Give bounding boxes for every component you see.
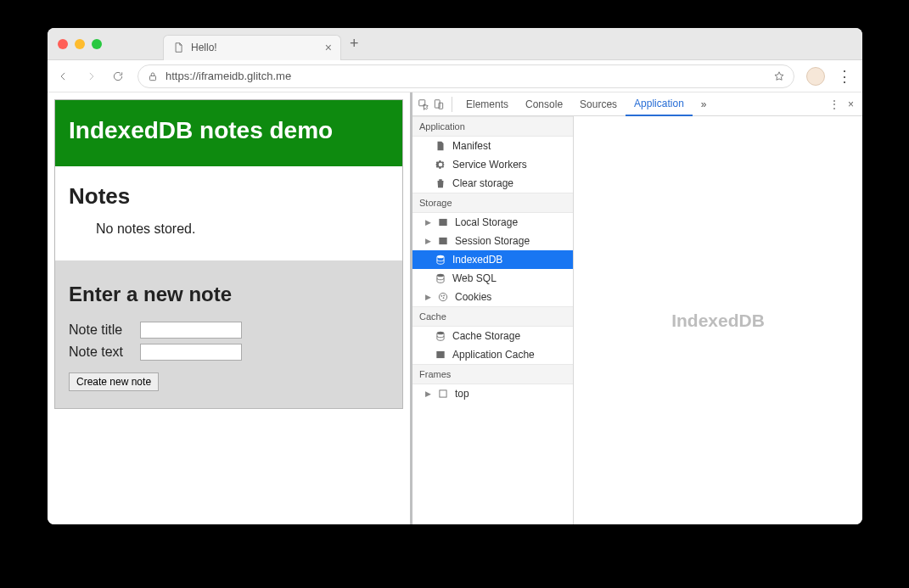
devtools-close-button[interactable]: ×	[848, 98, 854, 110]
create-note-button[interactable]: Create new note	[69, 372, 159, 391]
sidebar-item-label: IndexedDB	[452, 254, 502, 266]
sidebar-item-label: Cache Storage	[452, 330, 520, 342]
sidebar-item-label: Cookies	[455, 291, 491, 303]
database-icon	[435, 272, 446, 284]
rendered-page: IndexedDB notes demo Notes No notes stor…	[48, 92, 412, 524]
svg-rect-13	[436, 351, 444, 358]
gear-icon	[435, 159, 446, 171]
window-titlebar: Hello! × +	[48, 28, 862, 60]
table-icon	[437, 235, 449, 247]
address-bar[interactable]: https://iframeidb.glitch.me	[137, 64, 794, 88]
frame-icon	[437, 388, 449, 400]
devtools-main-pane: IndexedDB	[574, 116, 862, 524]
table-icon	[437, 216, 449, 228]
sidebar-item-label: Local Storage	[455, 216, 518, 228]
devtools-tab-sources[interactable]: Sources	[571, 92, 626, 116]
notes-heading: Notes	[69, 183, 389, 210]
svg-point-9	[441, 295, 442, 296]
minimize-window-button[interactable]	[75, 39, 85, 49]
page-title: IndexedDB notes demo	[55, 100, 402, 166]
sidebar-item-local-storage[interactable]: ▶ Local Storage	[412, 213, 573, 232]
main-placeholder: IndexedDB	[671, 311, 765, 331]
sidebar-item-label: Session Storage	[455, 235, 530, 247]
note-text-input[interactable]	[140, 344, 242, 361]
lock-icon	[147, 70, 159, 82]
table-icon	[435, 349, 446, 361]
svg-rect-14	[440, 390, 446, 397]
profile-avatar[interactable]	[806, 67, 825, 86]
url-text: https://iframeidb.glitch.me	[166, 70, 766, 82]
note-title-input[interactable]	[140, 322, 242, 339]
note-form: Enter a new note Note title Note text Cr…	[55, 260, 402, 408]
sidebar-item-web-sql[interactable]: Web SQL	[412, 269, 573, 288]
devtools-menu-button[interactable]: ⋮	[829, 98, 839, 110]
reload-button[interactable]	[110, 69, 126, 84]
form-heading: Enter a new note	[69, 283, 389, 306]
sidebar-item-manifest[interactable]: Manifest	[412, 137, 573, 155]
sidebar-item-label: Web SQL	[452, 272, 497, 284]
close-window-button[interactable]	[58, 39, 68, 49]
devtools-tab-console[interactable]: Console	[517, 92, 571, 116]
group-application: Application	[412, 116, 573, 137]
maximize-window-button[interactable]	[92, 39, 102, 49]
group-cache: Cache	[412, 306, 573, 327]
sidebar-item-clear-storage[interactable]: Clear storage	[412, 174, 573, 193]
svg-point-12	[437, 332, 444, 335]
bookmark-star-icon[interactable]	[773, 70, 785, 82]
sidebar-item-frame-top[interactable]: ▶ top	[412, 384, 573, 403]
database-icon	[435, 330, 446, 342]
content-area: IndexedDB notes demo Notes No notes stor…	[48, 92, 862, 524]
toggle-device-button[interactable]	[431, 97, 446, 112]
devtools-panel: Elements Console Sources Application » ⋮…	[412, 92, 862, 524]
cookie-icon	[437, 291, 449, 303]
svg-rect-1	[419, 99, 425, 105]
back-button[interactable]	[56, 69, 71, 84]
toolbar: https://iframeidb.glitch.me ⋮	[48, 60, 862, 92]
sidebar-item-indexeddb[interactable]: IndexedDB	[412, 250, 573, 269]
sidebar-item-label: Service Workers	[452, 159, 527, 171]
sidebar-item-cache-storage[interactable]: Cache Storage	[412, 327, 573, 345]
notes-empty-message: No notes stored.	[96, 221, 389, 237]
new-tab-button[interactable]: +	[350, 35, 359, 53]
browser-tab[interactable]: Hello! ×	[163, 35, 341, 60]
sidebar-item-session-storage[interactable]: ▶ Session Storage	[412, 232, 573, 250]
svg-point-7	[437, 274, 444, 277]
svg-point-8	[439, 293, 446, 300]
sidebar-item-application-cache[interactable]: Application Cache	[412, 345, 573, 364]
browser-menu-button[interactable]: ⋮	[837, 67, 854, 86]
note-title-label: Note title	[69, 322, 135, 338]
tab-close-button[interactable]: ×	[325, 42, 332, 53]
page-icon	[172, 42, 184, 53]
devtools-tab-elements[interactable]: Elements	[457, 92, 517, 116]
svg-rect-5	[439, 238, 446, 244]
devtools-tab-overflow[interactable]: »	[693, 92, 715, 116]
inspect-element-button[interactable]	[416, 97, 431, 112]
sidebar-item-cookies[interactable]: ▶ Cookies	[412, 288, 573, 306]
svg-point-11	[443, 298, 444, 299]
sidebar-item-label: Application Cache	[452, 349, 535, 361]
svg-rect-0	[150, 76, 156, 80]
svg-point-10	[444, 295, 445, 296]
group-storage: Storage	[412, 193, 573, 213]
expand-icon: ▶	[424, 218, 431, 227]
trash-icon	[435, 177, 446, 189]
svg-point-6	[437, 255, 444, 259]
browser-window: Hello! × + https://iframeidb.glitch.me ⋮	[48, 28, 862, 524]
devtools-tab-application[interactable]: Application	[626, 92, 693, 116]
group-frames: Frames	[412, 364, 573, 384]
sidebar-item-label: top	[455, 388, 469, 400]
window-controls	[58, 39, 102, 49]
application-sidebar: Application Manifest Service Workers Cle…	[412, 116, 574, 524]
database-icon	[435, 254, 446, 266]
sidebar-item-label: Manifest	[452, 140, 491, 152]
devtools-tabbar: Elements Console Sources Application » ⋮…	[412, 92, 862, 116]
forward-button[interactable]	[83, 69, 98, 84]
svg-rect-4	[439, 219, 446, 226]
expand-icon: ▶	[424, 237, 431, 245]
sidebar-item-service-workers[interactable]: Service Workers	[412, 155, 573, 174]
sidebar-item-label: Clear storage	[452, 177, 513, 189]
expand-icon: ▶	[424, 293, 431, 301]
tab-title: Hello!	[191, 42, 318, 53]
expand-icon: ▶	[424, 389, 431, 398]
note-text-label: Note text	[69, 344, 135, 360]
